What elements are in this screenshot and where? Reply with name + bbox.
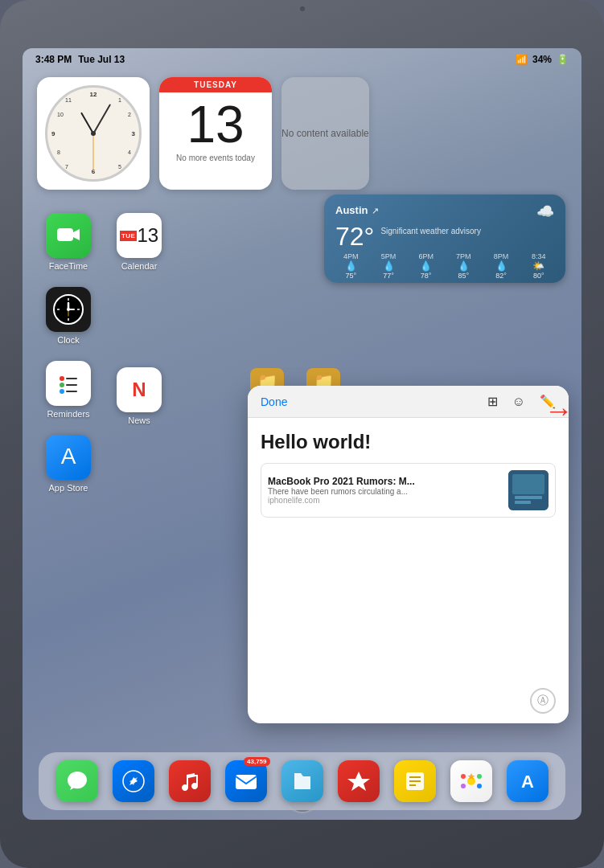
weather-desc: Significant weather advisory xyxy=(380,227,481,235)
svg-rect-12 xyxy=(52,367,84,399)
svg-text:A: A xyxy=(521,772,534,792)
calendar-widget-header: TUESDAY xyxy=(159,77,272,92)
apps-column-2: TUE 13 Calendar N News xyxy=(111,213,167,425)
clock-widget[interactable]: 12 3 6 9 1 11 2 10 4 8 5 7 xyxy=(37,77,150,190)
weather-cloud-icon: ☁️ xyxy=(536,203,554,220)
note-link-title: MacBook Pro 2021 Rumors: M... xyxy=(268,476,500,487)
safari-dock-icon[interactable] xyxy=(113,760,154,802)
svg-text:A: A xyxy=(61,444,76,469)
note-link-text: MacBook Pro 2021 Rumors: M... There have… xyxy=(268,476,500,505)
weather-top: Austin ↗ ☁️ xyxy=(335,203,554,220)
battery-percent: 34% xyxy=(532,54,552,65)
svg-point-35 xyxy=(467,777,475,785)
photos-dock-icon[interactable] xyxy=(450,760,492,802)
red-arrow: → xyxy=(544,394,573,428)
status-right: 📶 34% 🔋 xyxy=(516,54,569,65)
mail-dock-icon[interactable]: 43,759 xyxy=(225,760,267,802)
spacer-clock xyxy=(111,287,167,351)
top-widgets-row: 12 3 6 9 1 11 2 10 4 8 5 7 xyxy=(37,77,369,190)
grid-view-icon[interactable]: ⊞ xyxy=(487,394,498,409)
appstore-label: App Store xyxy=(49,483,88,493)
clock-face: 12 3 6 9 1 11 2 10 4 8 5 7 xyxy=(45,85,142,182)
note-bottom-buttons: Ⓐ xyxy=(530,688,556,714)
svg-rect-24 xyxy=(515,496,542,499)
note-popup: Done ⊞ ☺ ✏️ Hello world! MacBook Pro 202… xyxy=(248,386,569,723)
note-content[interactable]: Hello world! MacBook Pro 2021 Rumors: M.… xyxy=(248,418,569,723)
news-icon: N xyxy=(117,367,162,412)
svg-rect-29 xyxy=(236,775,257,789)
calendar-widget[interactable]: TUESDAY 13 No more events today xyxy=(159,77,272,190)
status-time: 3:48 PM xyxy=(35,54,72,65)
appstore-icon: A xyxy=(46,435,91,480)
svg-point-36 xyxy=(477,774,482,779)
weather-hour-0: 4PM 💧 75° xyxy=(335,252,367,280)
weather-hour-1: 5PM 💧 77° xyxy=(373,252,405,280)
clock-label: Clock xyxy=(57,335,80,345)
note-link-thumbnail xyxy=(508,470,549,510)
calendar-app-icon: TUE 13 xyxy=(117,213,162,258)
weather-widget[interactable]: Austin ↗ ☁️ 72° Significant weather advi… xyxy=(324,194,565,283)
music-dock-icon[interactable] xyxy=(169,760,211,802)
direct-dock-icon[interactable] xyxy=(338,760,380,802)
wifi-icon: 📶 xyxy=(516,54,528,65)
screen: 3:48 PM Tue Jul 13 📶 34% 🔋 12 3 6 9 xyxy=(23,48,581,820)
clock-hour-hand xyxy=(80,113,94,134)
status-bar: 3:48 PM Tue Jul 13 📶 34% 🔋 xyxy=(23,48,581,71)
svg-point-15 xyxy=(60,389,64,394)
svg-point-11 xyxy=(67,308,70,311)
notes-dock-icon[interactable] xyxy=(394,760,436,802)
clock-second-hand xyxy=(93,133,94,170)
svg-rect-23 xyxy=(512,474,544,494)
files-dock-icon[interactable] xyxy=(281,760,323,802)
weather-hour-2: 6PM 💧 78° xyxy=(410,252,442,280)
svg-point-39 xyxy=(461,784,466,788)
reminders-app[interactable]: Reminders xyxy=(40,361,97,419)
apps-column-1: FaceTime xyxy=(40,213,97,493)
calendar-widget-day: 13 xyxy=(159,99,272,150)
note-title: Hello world! xyxy=(261,431,556,453)
battery-icon: 🔋 xyxy=(557,54,569,65)
calendar-app-day: 13 xyxy=(137,224,158,247)
appstore-dock-icon[interactable]: A xyxy=(507,760,549,802)
calendar-app[interactable]: TUE 13 Calendar xyxy=(111,213,167,271)
messages-dock-icon[interactable] xyxy=(56,760,98,802)
note-done-button[interactable]: Done xyxy=(261,395,287,408)
facetime-icon xyxy=(46,213,91,258)
facetime-app[interactable]: FaceTime xyxy=(40,213,97,271)
ipad-frame: 3:48 PM Tue Jul 13 📶 34% 🔋 12 3 6 9 xyxy=(0,0,604,868)
note-circle-button[interactable]: Ⓐ xyxy=(530,688,556,714)
reminders-label: Reminders xyxy=(47,409,89,419)
appstore-app[interactable]: A App Store xyxy=(40,435,97,493)
status-date: Tue Jul 13 xyxy=(78,54,125,65)
svg-rect-25 xyxy=(515,501,531,504)
clock-app[interactable]: Clock xyxy=(40,287,97,345)
camera-dot xyxy=(300,6,305,11)
clock-icon xyxy=(46,287,91,332)
news-label: News xyxy=(128,416,150,425)
note-link-card[interactable]: MacBook Pro 2021 Rumors: M... There have… xyxy=(261,463,556,518)
svg-rect-0 xyxy=(57,228,73,241)
note-toolbar: Done ⊞ ☺ ✏️ xyxy=(248,386,569,418)
mail-badge: 43,759 xyxy=(244,757,269,766)
svg-point-37 xyxy=(477,784,482,788)
note-link-desc: There have been rumors circulating a... xyxy=(268,487,500,496)
emoji-icon[interactable]: ☺ xyxy=(512,395,525,409)
weather-city: Austin ↗ xyxy=(335,203,379,217)
gray-widget: No content available xyxy=(281,77,369,190)
note-link-domain: iphonelife.com xyxy=(268,496,500,505)
svg-marker-30 xyxy=(347,772,370,791)
weather-hourly: 4PM 💧 75° 5PM 💧 77° 6PM 💧 78° 7PM 💧 xyxy=(335,252,554,280)
weather-hour-5: 8:34 🌤️ 80° xyxy=(523,252,554,280)
calendar-app-header: TUE xyxy=(120,231,138,241)
weather-hour-3: 7PM 💧 85° xyxy=(448,252,479,280)
svg-point-13 xyxy=(60,376,64,381)
gray-widget-text: No content available xyxy=(281,128,369,139)
weather-hour-4: 8PM 💧 82° xyxy=(486,252,517,280)
facetime-label: FaceTime xyxy=(49,261,88,271)
svg-point-14 xyxy=(60,383,64,387)
dock: 43,759 xyxy=(39,752,565,810)
clock-minute-hand xyxy=(92,104,110,133)
news-app[interactable]: N News xyxy=(111,367,167,425)
svg-point-38 xyxy=(461,774,466,779)
weather-temp: 72° xyxy=(335,223,374,249)
